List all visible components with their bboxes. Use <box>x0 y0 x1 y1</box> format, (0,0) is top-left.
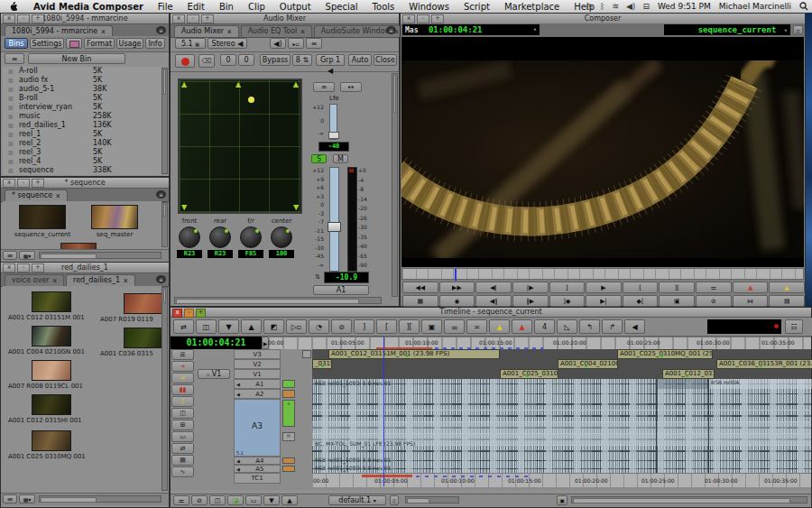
volume-fader[interactable] <box>329 167 339 272</box>
video-clip[interactable]: A001_C036_03153R_001 (23.98 FPS) <box>716 359 812 369</box>
bin-hamburger-button[interactable]: ≡ <box>3 494 17 503</box>
transport-button[interactable]: ◀| <box>475 282 512 293</box>
clip-thumbnail[interactable] <box>32 430 71 451</box>
timeline-tool-button[interactable]: ◺ <box>557 319 577 334</box>
bin-list-row[interactable]: ▥ reel_3 5K <box>3 148 161 157</box>
bin-list-row[interactable]: ▥ audio_5-1 38K <box>3 85 161 94</box>
minimize-button[interactable]: - <box>17 179 30 188</box>
timeline-tool-button[interactable]: ⚌ <box>444 319 465 334</box>
transport-button[interactable]: ◀◀ <box>402 282 438 293</box>
dailies-clip[interactable]: A007 R008 0119CL 001 <box>8 360 98 390</box>
timeline-titlebar[interactable]: x - + Timeline - sequence_current <box>171 308 811 318</box>
record-enable-a1[interactable] <box>282 380 295 388</box>
spotlight-search-icon[interactable] <box>799 2 808 11</box>
menu-item[interactable]: Script <box>457 2 497 12</box>
record-enable-v3[interactable] <box>302 350 311 358</box>
bin-list-row[interactable]: ▥ A-roll 5K <box>3 67 161 76</box>
timeline-tool-button[interactable]: ▲ <box>489 319 510 334</box>
transport-button[interactable]: ◀‖ <box>475 295 512 307</box>
menu-app-name[interactable]: Avid Media Composer <box>26 2 151 12</box>
menu-item[interactable]: Output <box>272 2 318 12</box>
menu-item[interactable]: Edit <box>180 2 212 12</box>
close-button[interactable]: x <box>3 263 15 272</box>
timeline-top-ruler[interactable]: 00:0001:00:05:0001:00:10:0001:00:15:0001… <box>269 337 811 350</box>
zoom-button[interactable]: + <box>196 309 206 318</box>
pan-puck[interactable] <box>248 97 254 103</box>
lfe-fader[interactable] <box>329 104 337 140</box>
video-clip[interactable]: A001_C025_0310MQ <box>500 369 558 379</box>
zoom-button[interactable]: + <box>32 263 44 272</box>
pan-knob[interactable] <box>271 226 292 248</box>
timeline-tool-button[interactable]: ▷▫ <box>286 319 307 334</box>
timeline-side-button[interactable]: ▮▮ <box>171 384 194 395</box>
bin-list-row[interactable]: ▥ audio fx 5K <box>3 76 161 85</box>
link-button[interactable]: ↔ <box>340 82 362 92</box>
timeline-tool-button[interactable]: ◀ <box>624 319 645 334</box>
tab-usage[interactable]: Usage <box>116 38 143 49</box>
transport-button[interactable]: ▲ <box>733 282 769 293</box>
lfe-fader-handle[interactable] <box>328 132 339 139</box>
position-indicator[interactable] <box>455 269 457 281</box>
timeline-list-button[interactable]: ☷ <box>785 319 803 334</box>
frame-view-button[interactable]: ▦▾ <box>19 494 35 503</box>
mixer-hscrollbar[interactable] <box>174 297 382 304</box>
tab-close-icon[interactable]: x <box>53 275 58 286</box>
bypass-button[interactable]: Bypass <box>260 54 291 66</box>
status-icon[interactable]: ◷ <box>586 2 593 11</box>
bin-list-row[interactable]: ▥ B-roll 5K <box>3 94 161 103</box>
transport-button[interactable]: ◉ <box>439 295 475 307</box>
video-clip[interactable]: A001_C012_03151M_001 (23.98 FPS) <box>328 349 500 359</box>
timeline-tool-button[interactable]: ][ <box>399 319 420 334</box>
timeline-bottom-button[interactable]: ⊘ <box>191 495 208 505</box>
record-enable-a5[interactable] <box>282 466 295 472</box>
timeline-playhead[interactable] <box>383 337 384 486</box>
timeline-tool-button[interactable]: ⇄ <box>173 319 194 334</box>
record-enable-a4[interactable] <box>282 457 295 464</box>
track-a3-group[interactable]: BC, MX-TOL, SUM_01 LFE (23.98 FPS) <box>312 399 811 457</box>
bin-scrollbar[interactable] <box>161 68 168 174</box>
zoom-button[interactable]: + <box>201 14 214 23</box>
gain-stepper[interactable]: ⇅ <box>315 273 320 281</box>
menu-item[interactable]: Clip <box>241 2 272 12</box>
timeline-side-button[interactable]: ➔ <box>171 361 194 372</box>
transport-button[interactable]: ‖▶ <box>512 295 549 307</box>
mixer-scrollbar[interactable] <box>392 73 398 297</box>
auto-button[interactable]: Auto <box>348 54 372 66</box>
menu-item[interactable]: Marketplace <box>497 2 567 12</box>
clip-name-menu[interactable]: sequence_current ▾ <box>664 24 790 35</box>
timeline-tool-button[interactable]: ≍ <box>466 319 487 334</box>
dailies-titlebar[interactable]: x-+ red_dailies_1 <box>1 263 169 273</box>
timecode-display[interactable]: Mas 01:00:04:21 ▾ <box>402 24 540 35</box>
transport-button[interactable]: ◆[ <box>623 295 659 307</box>
bin-hamburger-button[interactable]: ≡ <box>3 251 17 260</box>
zoom-button[interactable]: + <box>32 14 44 23</box>
dailies-clip[interactable]: A001 C004 0210GN 001 <box>8 326 98 356</box>
transport-button[interactable]: ⋈ <box>733 295 769 307</box>
track-header-v1[interactable]: V1 <box>234 369 281 379</box>
solo-button[interactable]: S <box>311 154 327 163</box>
group-button[interactable]: Grp 1 ◀ <box>316 54 345 66</box>
timeline-hscrollbar[interactable] <box>571 496 807 503</box>
timeline-tool-button[interactable]: ▲ <box>512 319 532 334</box>
menu-user[interactable]: Michael Marcinelli <box>719 2 791 11</box>
surround-panner[interactable]: ▲ ▲ ▲ ▲ ▲ <box>178 79 302 214</box>
track-header-a1[interactable]: ◀A1 <box>234 379 281 389</box>
mixer-hamburger-button[interactable]: ≡ <box>306 38 322 49</box>
fast-menu-icon[interactable]: ≡ <box>386 26 396 34</box>
audio-clip[interactable]: RSB roll04 <box>708 379 812 389</box>
mixer-format-button[interactable]: 5.1 ▦ <box>175 38 206 49</box>
timeline-tool-button[interactable]: ◫ <box>196 319 217 334</box>
timeline-tc1-ruler[interactable]: 00:0001:00:05:0001:00:10:0001:00:15:0001… <box>312 473 811 487</box>
timeline-side-button[interactable]: ☰ <box>171 349 194 360</box>
timeline-tool-button[interactable]: ▲ <box>241 319 262 334</box>
timeline-bottom-button[interactable]: ▭ <box>245 495 262 505</box>
timeline-side-button[interactable]: ◫ <box>171 408 194 419</box>
clip-thumbnail[interactable] <box>32 291 71 312</box>
bin-icon-button[interactable] <box>66 38 82 49</box>
timeline-side-button[interactable]: ➔ <box>171 373 194 383</box>
zoom-slider[interactable] <box>405 496 459 503</box>
fast-menu-icon[interactable]: ≡ <box>156 190 166 199</box>
sequence-titlebar[interactable]: x-+ * sequence <box>1 178 169 189</box>
timeline-timecode[interactable]: 01:00:04:21 <box>171 337 262 349</box>
tab-close-icon[interactable]: x <box>124 275 128 286</box>
